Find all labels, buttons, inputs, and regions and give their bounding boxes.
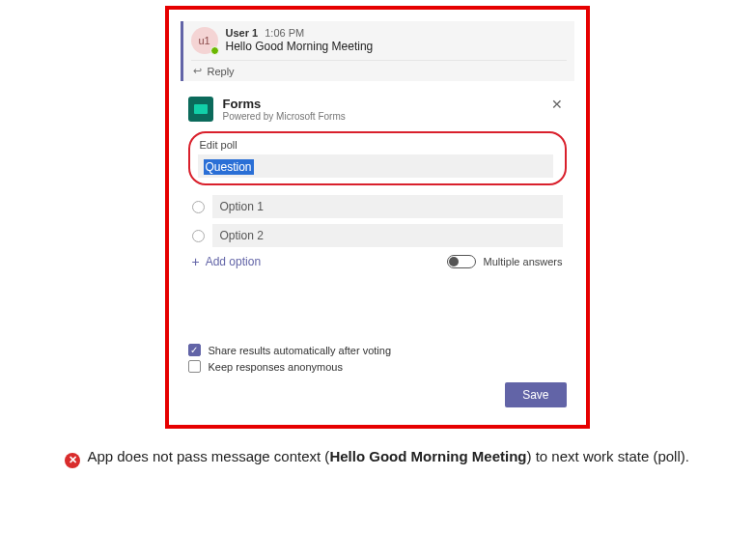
forms-title-block: Forms Powered by Microsoft Forms: [223, 97, 538, 122]
spacer: [188, 272, 567, 340]
share-results-row: ✓ Share results automatically after voti…: [188, 344, 567, 356]
option-input-2[interactable]: Option 2: [212, 224, 563, 247]
screenshot-frame: u1 User 1 1:06 PM Hello Good Morning Mee…: [165, 6, 590, 429]
radio-icon[interactable]: [192, 201, 205, 213]
reply-icon: ↩: [193, 65, 202, 77]
question-value: Question: [204, 159, 254, 175]
forms-icon-inner: [194, 104, 208, 114]
message-header: User 1 1:06 PM: [226, 27, 567, 39]
option-row-1: Option 1: [192, 195, 563, 218]
options-area: Option 1 Option 2 + Add option M: [188, 195, 567, 268]
keep-anonymous-label: Keep responses anonymous: [209, 361, 343, 373]
share-results-checkbox[interactable]: ✓: [188, 344, 201, 356]
caption: ✕ App does not pass message context (Hel…: [45, 446, 709, 468]
caption-prefix: App does not pass message context (: [87, 448, 329, 464]
radio-icon[interactable]: [192, 230, 205, 242]
forms-subtitle: Powered by Microsoft Forms: [223, 111, 538, 122]
error-icon: ✕: [65, 453, 80, 468]
forms-header: Forms Powered by Microsoft Forms ✕: [188, 97, 567, 122]
keep-anonymous-row: Keep responses anonymous: [188, 360, 567, 373]
reply-label: Reply: [208, 66, 235, 77]
message-time: 1:06 PM: [265, 27, 304, 39]
multiple-answers-toggle[interactable]: [447, 255, 476, 268]
chat-message: u1 User 1 1:06 PM Hello Good Morning Mee…: [181, 21, 574, 81]
caption-bold: Hello Good Morning Meeting: [329, 448, 526, 464]
edit-poll-label: Edit poll: [200, 139, 555, 151]
caption-suffix: ) to next work state (poll).: [527, 448, 689, 464]
presence-indicator: [210, 46, 219, 55]
add-option-label: Add option: [206, 255, 261, 268]
question-input[interactable]: Question: [198, 154, 553, 178]
forms-app-name: Forms: [223, 97, 538, 111]
message-text: Hello Good Morning Meeting: [226, 40, 567, 53]
option-controls: + Add option Multiple answers: [192, 255, 563, 268]
multiple-answers-control: Multiple answers: [447, 255, 563, 268]
message-top: u1 User 1 1:06 PM Hello Good Morning Mee…: [191, 27, 567, 54]
close-icon[interactable]: ✕: [547, 97, 567, 112]
edit-poll-section: Edit poll Question: [188, 131, 567, 185]
message-body: User 1 1:06 PM Hello Good Morning Meetin…: [226, 27, 567, 53]
user-name: User 1: [226, 27, 259, 39]
save-button[interactable]: Save: [505, 382, 566, 407]
reply-bar[interactable]: ↩ Reply: [191, 60, 567, 81]
forms-dialog: Forms Powered by Microsoft Forms ✕ Edit …: [175, 95, 580, 415]
keep-anonymous-checkbox[interactable]: [188, 360, 201, 373]
avatar-initials: u1: [198, 35, 209, 46]
forms-app-icon: [188, 97, 213, 122]
add-option-button[interactable]: + Add option: [192, 255, 262, 268]
save-row: Save: [188, 382, 567, 407]
avatar[interactable]: u1: [191, 27, 218, 54]
option-input-1[interactable]: Option 1: [212, 195, 563, 218]
option-row-2: Option 2: [192, 224, 563, 247]
multiple-answers-label: Multiple answers: [484, 256, 563, 267]
page-root: u1 User 1 1:06 PM Hello Good Morning Mee…: [0, 0, 754, 468]
toggle-knob: [449, 257, 459, 266]
share-results-label: Share results automatically after voting: [209, 345, 392, 356]
plus-icon: +: [192, 255, 200, 268]
